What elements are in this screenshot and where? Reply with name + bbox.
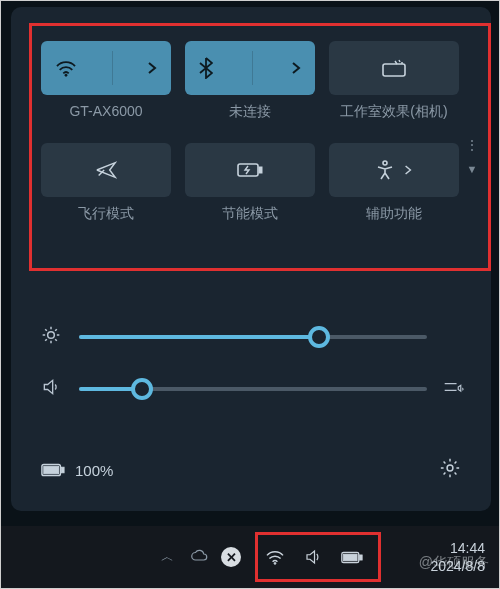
volume-icon: [303, 548, 323, 566]
volume-icon: [41, 377, 63, 401]
battery-icon: [341, 551, 363, 564]
audio-output-icon[interactable]: [443, 378, 469, 400]
close-circle-icon[interactable]: ✕: [221, 547, 241, 567]
studio-effects-tile[interactable]: 工作室效果(相机): [329, 41, 459, 95]
brightness-slider[interactable]: [79, 335, 427, 339]
tile-label: 工作室效果(相机): [340, 103, 447, 121]
chevron-up-icon[interactable]: ︿: [161, 548, 179, 566]
battery-saver-tile[interactable]: 节能模式: [185, 143, 315, 197]
airplane-tile[interactable]: 飞行模式: [41, 143, 171, 197]
system-tray[interactable]: [265, 548, 363, 566]
bluetooth-icon: [199, 57, 213, 79]
battery-icon: [41, 463, 65, 477]
svg-rect-8: [61, 467, 64, 473]
svg-rect-1: [383, 64, 405, 76]
svg-rect-7: [44, 466, 59, 473]
tray-overflow: ︿ ✕: [161, 547, 241, 567]
studio-effects-icon: [382, 59, 406, 77]
tile-label: 节能模式: [222, 205, 278, 223]
accessibility-tile[interactable]: 辅助功能: [329, 143, 459, 197]
tile-label: 飞行模式: [78, 205, 134, 223]
overflow-indicator[interactable]: ⋮▼: [465, 137, 479, 175]
battery-saver-icon: [237, 162, 263, 178]
airplane-icon: [95, 159, 117, 181]
svg-rect-13: [360, 554, 363, 559]
gear-icon: [439, 457, 461, 479]
tiles-grid: GT-AX6000 未连接 工作室效果(相机) 飞行模式 节能模式 辅助功能: [41, 41, 461, 197]
battery-status[interactable]: 100%: [41, 462, 113, 479]
svg-point-10: [274, 562, 276, 564]
svg-rect-12: [344, 554, 358, 561]
tile-label: 未连接: [229, 103, 271, 121]
chevron-right-icon: [291, 61, 301, 75]
quick-settings-panel: GT-AX6000 未连接 工作室效果(相机) 飞行模式 节能模式 辅助功能 ⋮…: [11, 7, 491, 511]
wifi-icon: [55, 59, 77, 77]
volume-slider[interactable]: [79, 387, 427, 391]
panel-bottom-bar: 100%: [41, 457, 461, 483]
tile-label: GT-AX6000: [69, 103, 142, 119]
wifi-tile[interactable]: GT-AX6000: [41, 41, 171, 95]
cloud-icon[interactable]: [191, 548, 209, 566]
accessibility-icon: [376, 160, 394, 180]
svg-point-5: [48, 332, 55, 339]
settings-button[interactable]: [439, 457, 461, 483]
svg-point-0: [65, 74, 67, 76]
brightness-icon: [41, 325, 63, 349]
volume-slider-row: [41, 363, 469, 415]
watermark: @华硕服务: [419, 554, 489, 572]
chevron-right-icon: [404, 164, 412, 176]
bluetooth-tile[interactable]: 未连接: [185, 41, 315, 95]
sliders-area: [41, 311, 469, 415]
brightness-slider-row: [41, 311, 469, 363]
svg-point-9: [447, 465, 453, 471]
battery-percent: 100%: [75, 462, 113, 479]
svg-point-4: [383, 161, 387, 165]
svg-rect-3: [259, 167, 262, 173]
wifi-icon: [265, 549, 285, 565]
tile-label: 辅助功能: [366, 205, 422, 223]
chevron-right-icon: [147, 61, 157, 75]
